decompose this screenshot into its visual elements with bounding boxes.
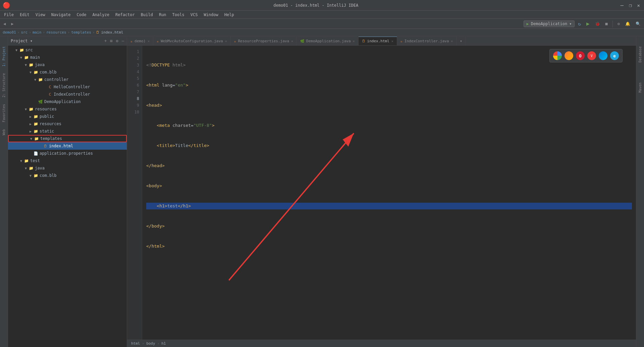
tab-more[interactable]: ▾ xyxy=(457,37,466,45)
tree-item-hello-controller[interactable]: C HelloController xyxy=(8,83,127,91)
menu-code[interactable]: Code xyxy=(74,12,89,18)
menu-file[interactable]: File xyxy=(1,12,16,18)
minimize-btn[interactable]: — xyxy=(619,2,625,8)
window-title: demo01 - index.html - IntelliJ IDEA xyxy=(13,3,619,8)
menu-analyze[interactable]: Analyze xyxy=(90,12,112,18)
tab-demoapp-close[interactable]: ✕ xyxy=(353,39,355,43)
project-panel: Project ▾ + ⊞ ⚙ — ▼ 📁 src ▼ 📁 main xyxy=(8,36,127,347)
breadcrumb-templates[interactable]: templates xyxy=(71,30,91,35)
tab-resource-props[interactable]: ☕ ResourceProperties.java ✕ xyxy=(231,37,297,45)
breadcrumb: demo01 › src › main › resources › templa… xyxy=(0,29,644,36)
tab-webmvc[interactable]: ☕ WebMvcAutoConfiguration.java ✕ xyxy=(153,37,231,45)
tab-index-ctrl[interactable]: ☕ IndexController.java ✕ xyxy=(397,37,457,45)
project-close-btn[interactable]: — xyxy=(122,39,124,43)
panel-tab-database[interactable]: Database xyxy=(638,46,642,62)
menu-build[interactable]: Build xyxy=(138,12,156,18)
editor-bc-html[interactable]: html xyxy=(131,341,140,346)
tab-resourceprops-icon: ☕ xyxy=(234,39,236,43)
tree-item-test-java[interactable]: ▼ 📁 java xyxy=(8,164,127,172)
run-config-selector[interactable]: ▶ DemoApplication ▾ xyxy=(524,20,575,27)
menu-run[interactable]: Run xyxy=(156,12,169,18)
run-btn[interactable]: ▶ xyxy=(584,20,592,28)
tree-item-templates[interactable]: ▼ 📁 templates xyxy=(8,135,127,142)
tree-label-demo-app: DemoApplication xyxy=(44,99,80,104)
breadcrumb-sep-3: › xyxy=(43,30,45,35)
code-line-5: <title>Title</title> xyxy=(146,142,632,149)
breadcrumb-index-html[interactable]: index.html xyxy=(101,30,123,35)
panel-tab-structure[interactable]: 2: Structure xyxy=(2,73,6,97)
menu-view[interactable]: View xyxy=(33,12,48,18)
tree-item-public[interactable]: ▶ 📁 public xyxy=(8,113,127,120)
panel-tab-maven[interactable]: Maven xyxy=(638,83,642,93)
tree-label-test-java: java xyxy=(35,166,45,170)
tree-arrow-test-comblb: ▼ xyxy=(28,174,33,178)
tree-item-app-props[interactable]: 📄 application.properties xyxy=(8,150,127,157)
panel-tab-favorites[interactable]: Favorites xyxy=(2,104,6,122)
tree-item-src[interactable]: ▼ 📁 src xyxy=(8,46,127,54)
tree-item-comblb[interactable]: ▼ 📁 com.blb xyxy=(8,68,127,76)
tab-indexctrl-close[interactable]: ✕ xyxy=(451,39,453,43)
settings-btn[interactable]: ⚙ xyxy=(615,21,622,27)
folder-icon-templates: 📁 xyxy=(34,137,40,141)
debug-btn[interactable]: 🐞 xyxy=(593,21,602,27)
tree-item-java[interactable]: ▼ 📁 java xyxy=(8,61,127,68)
stop-btn[interactable]: ■ xyxy=(603,21,610,27)
tree-item-index-html[interactable]: 🗒 index.html xyxy=(8,142,127,150)
tab-demo-close[interactable]: ✕ xyxy=(148,39,150,43)
menu-edit[interactable]: Edit xyxy=(17,12,32,18)
vivaldi-icon[interactable]: V xyxy=(587,51,596,60)
tree-item-test[interactable]: ▼ 📁 test xyxy=(8,157,127,164)
tree-item-resources-dir[interactable]: ▼ 📁 resources xyxy=(8,105,127,113)
forward-btn[interactable]: ▶ xyxy=(9,21,15,27)
menu-navigate[interactable]: Navigate xyxy=(49,12,73,18)
tree-item-main[interactable]: ▼ 📁 main xyxy=(8,54,127,61)
menu-vcs[interactable]: VCS xyxy=(188,12,201,18)
menu-tools[interactable]: Tools xyxy=(170,12,187,18)
breadcrumb-main[interactable]: main xyxy=(33,30,42,35)
breadcrumb-src[interactable]: src xyxy=(21,30,28,35)
folder-icon-resources: 📁 xyxy=(28,107,34,111)
tree-item-controller[interactable]: ▼ 📁 controller xyxy=(8,76,127,83)
editor-bc-h1[interactable]: h1 xyxy=(161,341,166,346)
panel-tab-project[interactable]: 1: Project xyxy=(2,46,6,66)
tree-label-test-comblb: com.blb xyxy=(40,173,57,178)
opera-icon[interactable]: O xyxy=(576,51,585,60)
ie-icon[interactable]: e xyxy=(610,51,619,60)
breadcrumb-demo01[interactable]: demo01 xyxy=(3,30,16,35)
update-btn[interactable]: ↻ xyxy=(576,20,583,27)
panel-tab-web[interactable]: Web xyxy=(2,129,6,135)
menu-window[interactable]: Window xyxy=(201,12,221,18)
tree-item-resources-sub[interactable]: ▶ 📁 resources xyxy=(8,120,127,128)
chrome-icon[interactable] xyxy=(553,51,562,60)
notifications-btn[interactable]: 🔔 xyxy=(623,21,632,27)
breadcrumb-index-html-icon: 🗒 xyxy=(96,30,100,35)
back-btn[interactable]: ◀ xyxy=(1,21,8,27)
tab-indexhtml-close[interactable]: ✕ xyxy=(391,39,393,43)
menu-refactor[interactable]: Refactor xyxy=(113,12,138,18)
tab-index-html[interactable]: 🗒 index.html ✕ xyxy=(359,37,397,45)
code-content[interactable]: <!DOCTYPE html> <html lang="en"> <head> … xyxy=(142,46,636,340)
project-add-btn[interactable]: + xyxy=(104,39,107,43)
tab-webmvc-close[interactable]: ✕ xyxy=(225,39,227,43)
maximize-btn[interactable]: ❐ xyxy=(628,3,633,8)
tree-item-test-comblb[interactable]: ▼ 📁 com.blb xyxy=(8,172,127,179)
tab-webmvc-label: WebMvcAutoConfiguration.java xyxy=(161,39,223,43)
tree-item-demo-app[interactable]: 🌿 DemoApplication xyxy=(8,98,127,105)
code-line-9: </body> xyxy=(146,223,632,230)
java-icon-index: C xyxy=(47,92,53,97)
project-settings-btn[interactable]: ⚙ xyxy=(116,39,118,43)
tab-resourceprops-close[interactable]: ✕ xyxy=(291,39,293,43)
tree-item-index-controller[interactable]: C IndexController xyxy=(8,91,127,98)
edge-icon[interactable] xyxy=(599,51,607,60)
line-num-8: 8 xyxy=(127,95,139,102)
tab-demo-app[interactable]: 🌿 DemoApplication.java ✕ xyxy=(297,37,358,45)
project-layout-btn[interactable]: ⊞ xyxy=(110,39,112,43)
close-btn[interactable]: ✕ xyxy=(636,3,641,8)
menu-help[interactable]: Help xyxy=(222,12,237,18)
firefox-icon[interactable] xyxy=(565,51,573,60)
editor-bc-body[interactable]: body xyxy=(146,341,155,346)
breadcrumb-resources[interactable]: resources xyxy=(46,30,66,35)
search-everywhere-btn[interactable]: 🔍 xyxy=(634,21,643,27)
tree-item-static[interactable]: ▶ 📁 static xyxy=(8,128,127,135)
tab-demo[interactable]: ☕ demo) ✕ xyxy=(127,37,153,45)
